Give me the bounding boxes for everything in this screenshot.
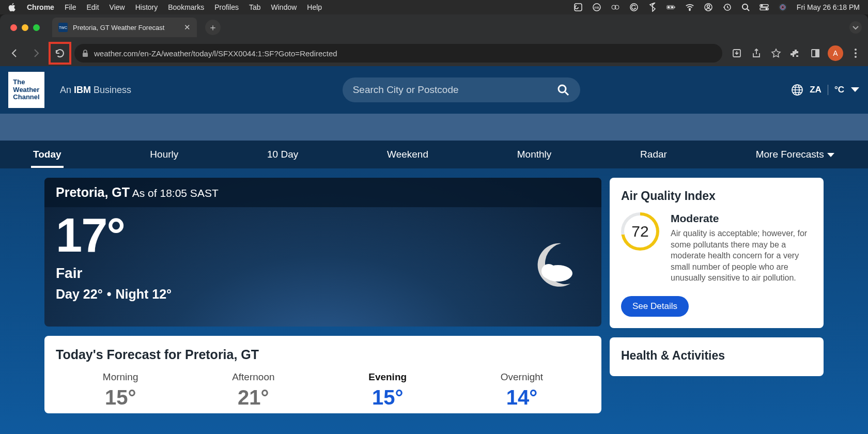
page-content: The Weather Channel An IBM Business Sear…: [0, 66, 868, 434]
install-pwa-icon[interactable]: [730, 46, 744, 60]
svg-point-30: [559, 85, 566, 92]
globe-icon: [791, 84, 803, 96]
menubar-status-icon[interactable]: [574, 3, 583, 12]
extensions-icon[interactable]: [788, 46, 803, 60]
menu-tab[interactable]: Tab: [249, 3, 261, 11]
browser-tab[interactable]: TWC Pretoria, GT Weather Forecast ✕: [52, 18, 197, 37]
unit-label: °C: [834, 85, 844, 95]
period-label: Afternoon: [232, 371, 274, 383]
new-tab-button[interactable]: ＋: [205, 20, 221, 35]
period-temp: 14°: [501, 386, 543, 409]
menu-bookmarks[interactable]: Bookmarks: [168, 3, 204, 11]
menubar-clock[interactable]: Fri May 26 6:18 PM: [797, 3, 860, 11]
menubar-status-icon[interactable]: mk: [592, 3, 601, 12]
user-icon[interactable]: [704, 3, 713, 12]
period-evening[interactable]: Evening 15°: [368, 371, 407, 409]
aqi-value: 72: [631, 223, 648, 240]
period-overnight[interactable]: Overnight 14°: [501, 371, 543, 409]
tab-hourly[interactable]: Hourly: [148, 142, 180, 167]
address-bar[interactable]: weather.com/en-ZA/weather/today/l/SFXX00…: [74, 44, 722, 63]
tab-monthly[interactable]: Monthly: [515, 142, 554, 167]
tab-today[interactable]: Today: [31, 142, 64, 167]
tab-radar[interactable]: Radar: [638, 142, 669, 167]
chevron-down-icon: [850, 87, 860, 93]
minimize-window-button[interactable]: [22, 24, 28, 31]
close-tab-icon[interactable]: ✕: [184, 23, 191, 32]
menu-file[interactable]: File: [65, 3, 76, 11]
svg-point-15: [761, 5, 763, 7]
see-details-button[interactable]: See Details: [621, 296, 689, 317]
battery-icon[interactable]: [667, 3, 676, 12]
menu-help[interactable]: Help: [307, 3, 322, 11]
day-night-temps: Day 22°•Night 12°: [56, 287, 590, 302]
period-temp: 21°: [232, 386, 274, 409]
reload-button-highlighted[interactable]: [49, 42, 71, 65]
menubar-status-icon[interactable]: [611, 3, 620, 12]
svg-point-4: [615, 5, 619, 9]
svg-point-28: [855, 52, 857, 54]
air-quality-card: Air Quality Index 72 Moderate Air qualit…: [610, 178, 824, 328]
apple-icon[interactable]: [8, 3, 17, 11]
site-header: The Weather Channel An IBM Business Sear…: [0, 66, 868, 114]
svg-point-18: [779, 3, 787, 11]
tab-weekend[interactable]: Weekend: [385, 142, 430, 167]
forward-button: [27, 44, 45, 63]
bluetooth-icon[interactable]: [648, 3, 657, 12]
current-condition: Fair: [56, 265, 590, 282]
back-button[interactable]: [5, 44, 24, 63]
kebab-menu-icon[interactable]: [848, 46, 863, 60]
period-label: Morning: [103, 371, 138, 383]
aqi-description: Air quality is acceptable; however, for …: [671, 228, 812, 284]
aqi-gauge: 72: [621, 212, 659, 251]
window-controls[interactable]: [10, 24, 40, 31]
aqi-title: Air Quality Index: [621, 189, 812, 203]
aqi-level: Moderate: [671, 212, 812, 225]
sidepanel-icon[interactable]: [808, 46, 823, 60]
browser-chrome: TWC Pretoria, GT Weather Forecast ✕ ＋ we…: [0, 14, 868, 66]
lock-icon: [82, 49, 89, 57]
fullscreen-window-button[interactable]: [33, 24, 40, 31]
weather-channel-logo[interactable]: The Weather Channel: [8, 72, 44, 108]
control-center-icon[interactable]: [760, 3, 769, 12]
tab-10day[interactable]: 10 Day: [265, 142, 300, 167]
menu-view[interactable]: View: [110, 3, 125, 11]
tab-more-forecasts[interactable]: More Forecasts: [754, 142, 837, 167]
menu-profiles[interactable]: Profiles: [214, 3, 239, 11]
menu-edit[interactable]: Edit: [86, 3, 99, 11]
menu-window[interactable]: Window: [271, 3, 297, 11]
svg-point-27: [855, 49, 857, 51]
site-tagline: An IBM Business: [60, 85, 131, 96]
todays-forecast-card: Today's Forecast for Pretoria, GT Mornin…: [44, 336, 601, 413]
svg-point-17: [766, 8, 767, 10]
macos-menubar: Chrome File Edit View History Bookmarks …: [0, 0, 868, 14]
period-label: Overnight: [501, 371, 543, 383]
period-morning[interactable]: Morning 15°: [103, 371, 138, 409]
grammarly-icon[interactable]: [629, 3, 639, 12]
health-title: Health & Activities: [621, 349, 812, 363]
period-temp: 15°: [368, 386, 407, 409]
moon-cloud-icon: [521, 233, 583, 295]
spotlight-icon[interactable]: [741, 3, 750, 12]
profile-avatar[interactable]: A: [828, 45, 843, 61]
current-temperature: 17°: [56, 211, 590, 259]
period-label: Evening: [368, 371, 407, 383]
search-icon[interactable]: [556, 83, 570, 97]
wifi-icon[interactable]: [685, 3, 694, 12]
siri-icon[interactable]: [778, 3, 787, 12]
svg-point-9: [689, 10, 690, 11]
period-temp: 15°: [103, 386, 138, 409]
tab-overflow-button[interactable]: [848, 20, 863, 35]
divider: [828, 85, 828, 95]
timemachine-icon[interactable]: [722, 3, 732, 12]
bookmark-star-icon[interactable]: [769, 46, 783, 60]
svg-point-13: [742, 4, 748, 9]
menubar-app-name[interactable]: Chrome: [27, 3, 54, 11]
share-icon[interactable]: [749, 46, 764, 60]
period-afternoon[interactable]: Afternoon 21°: [232, 371, 274, 409]
locale-selector[interactable]: ZA °C: [791, 84, 860, 96]
menu-history[interactable]: History: [135, 3, 158, 11]
tab-title: Pretoria, GT Weather Forecast: [73, 24, 164, 32]
svg-rect-7: [674, 7, 675, 8]
close-window-button[interactable]: [10, 24, 17, 31]
search-input[interactable]: Search City or Postcode: [343, 78, 580, 102]
